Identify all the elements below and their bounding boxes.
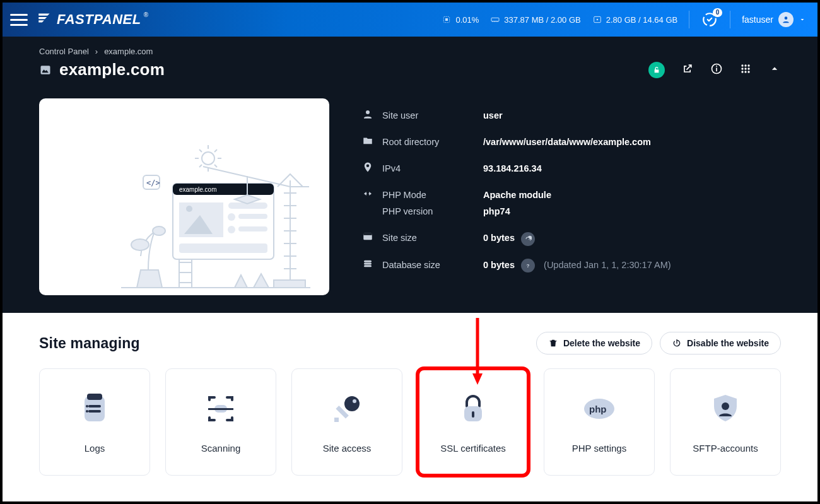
stat-disk: 2.80 GB / 14.64 GB (592, 15, 677, 25)
meta-value-user: user (483, 107, 503, 124)
hamburger-menu-icon[interactable] (10, 14, 28, 26)
apps-grid-button[interactable] (739, 62, 752, 78)
stat-ram: 337.87 MB / 2.00 GB (490, 15, 580, 25)
svg-rect-2 (491, 18, 499, 21)
svg-point-57 (353, 399, 356, 403)
logs-icon (77, 391, 112, 426)
collapse-button[interactable] (768, 62, 781, 78)
site-thumbnail: example.com (39, 98, 329, 295)
svg-text:example.com: example.com (179, 186, 216, 193)
svg-point-29 (228, 213, 235, 221)
delete-website-button[interactable]: Delete the website (536, 332, 652, 355)
db-info-button[interactable]: ? (521, 259, 535, 273)
svg-point-13 (747, 64, 749, 66)
svg-marker-38 (254, 274, 269, 288)
svg-rect-59 (334, 418, 339, 422)
svg-rect-44 (364, 260, 372, 262)
svg-rect-30 (238, 214, 267, 219)
chevron-up-icon (768, 62, 781, 75)
section-title: Site managing (39, 335, 140, 352)
svg-point-53 (86, 410, 88, 413)
svg-point-21 (153, 226, 165, 235)
svg-point-6 (785, 16, 788, 20)
svg-rect-51 (88, 410, 101, 413)
svg-rect-7 (41, 66, 50, 74)
svg-rect-10 (716, 66, 717, 67)
meta-value-root: /var/www/user/data/www/example.com (483, 134, 651, 150)
meta-value-db: 0 bytes ? (Updated Jan 1, 1, 2:30:17 AM) (483, 257, 671, 273)
tasks-indicator[interactable]: 0 (701, 11, 718, 28)
svg-rect-61 (472, 411, 474, 418)
username-label: fastuser (742, 15, 773, 25)
meta-label: PHP Mode PHP version (382, 187, 474, 220)
page-title: example.com (59, 60, 165, 79)
svg-point-20 (131, 239, 149, 250)
trash-icon (548, 338, 558, 348)
user-menu[interactable]: fastuser (742, 12, 806, 27)
svg-point-64 (722, 402, 729, 410)
database-icon (362, 258, 373, 269)
svg-rect-33 (179, 243, 267, 253)
open-site-button[interactable] (681, 62, 694, 78)
shield-user-icon (708, 391, 743, 426)
tasks-count-badge: 0 (713, 8, 723, 17)
card-ssl-certificates[interactable]: SSL certificates (418, 368, 529, 476)
svg-point-56 (344, 396, 360, 411)
window-icon (362, 231, 373, 242)
cpu-icon (442, 15, 452, 25)
breadcrumb-current: example.com (104, 47, 153, 56)
meta-label: Site size (382, 230, 474, 246)
card-sftp-accounts[interactable]: SFTP-accounts (670, 368, 781, 476)
meta-value-ip: 93.184.216.34 (483, 160, 542, 177)
svg-rect-1 (445, 18, 448, 21)
meta-label: IPv4 (382, 160, 474, 177)
brand-logo[interactable]: FASTPANEL® (37, 9, 150, 30)
scan-icon (203, 391, 238, 426)
svg-point-27 (186, 206, 192, 212)
svg-marker-37 (235, 275, 247, 288)
site-info-button[interactable] (710, 62, 723, 78)
svg-point-4 (596, 19, 598, 21)
svg-point-41 (366, 110, 370, 114)
key-icon (329, 391, 365, 426)
svg-point-34 (202, 152, 214, 165)
user-icon (362, 108, 373, 120)
card-php-settings[interactable]: php PHP settings (544, 368, 655, 476)
svg-rect-9 (716, 67, 717, 71)
refresh-size-button[interactable] (521, 232, 535, 246)
grid-icon (739, 62, 752, 75)
site-meta-list: Site user user Root directory /var/www/u… (362, 98, 781, 278)
db-updated-label: (Updated Jan 1, 1, 2:30:17 AM) (544, 260, 671, 270)
svg-point-12 (744, 64, 746, 66)
meta-value-size: 0 bytes (483, 230, 535, 246)
lock-icon (455, 391, 491, 426)
disk-icon (592, 15, 602, 25)
disable-website-button[interactable]: Disable the website (660, 332, 781, 355)
svg-rect-39 (274, 280, 305, 288)
svg-rect-32 (238, 226, 267, 231)
card-scanning[interactable]: Scanning (165, 368, 276, 476)
breadcrumb: Control Panel › example.com (39, 47, 781, 56)
brand-text: FASTPANEL (57, 11, 141, 28)
power-icon (672, 338, 682, 348)
meta-label: Site user (382, 107, 474, 124)
avatar-icon (778, 12, 794, 27)
svg-point-17 (741, 71, 743, 73)
php-icon: php (582, 391, 617, 426)
card-logs[interactable]: Logs (39, 368, 150, 476)
ssl-status-badge[interactable] (648, 62, 665, 78)
site-managing-section: Site managing Delete the website Disable… (3, 313, 817, 501)
breadcrumb-root[interactable]: Control Panel (39, 47, 89, 56)
svg-point-15 (744, 67, 746, 69)
svg-text:?: ? (527, 263, 530, 269)
svg-rect-49 (87, 394, 102, 400)
svg-rect-46 (364, 265, 372, 267)
site-header-panel: Control Panel › example.com example.com (3, 37, 817, 313)
card-site-access[interactable]: Site access (291, 368, 402, 476)
svg-text:</>: </> (146, 179, 160, 187)
svg-point-52 (86, 405, 88, 407)
chevron-right-icon: › (95, 47, 98, 56)
folder-icon (362, 135, 373, 146)
svg-rect-55 (208, 408, 233, 410)
svg-point-16 (747, 67, 749, 69)
